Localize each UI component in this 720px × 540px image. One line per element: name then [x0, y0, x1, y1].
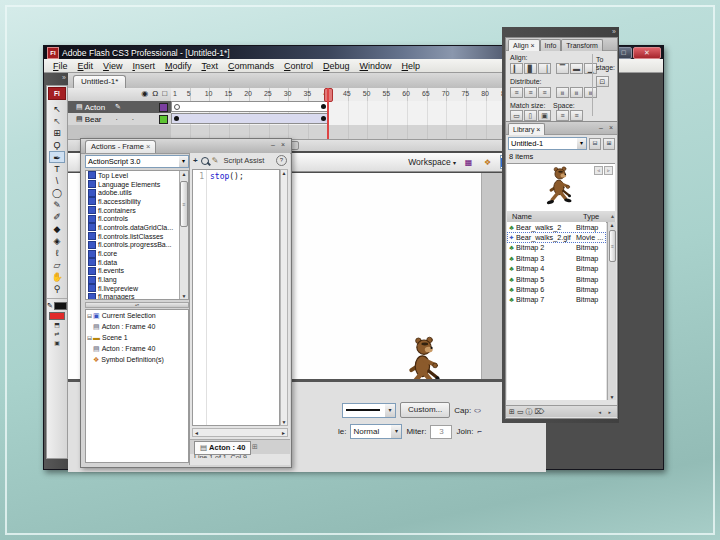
preview-stop-icon[interactable]: ▹: [604, 166, 613, 175]
miter-input[interactable]: 3: [430, 425, 452, 439]
tool-option-button[interactable]: ⬒: [49, 321, 65, 330]
frame-ruler[interactable]: 1510152025303540455055606570758085: [171, 88, 537, 102]
new-symbol-icon[interactable]: ⊞: [509, 408, 515, 416]
cap-icon[interactable]: ○: [473, 406, 481, 415]
package-tree-item[interactable]: fl.core: [86, 249, 188, 258]
keyframe-40[interactable]: [321, 104, 326, 109]
actions-tab[interactable]: Actions - Frame ×: [85, 140, 156, 153]
collapse-right-icon[interactable]: »: [612, 28, 616, 35]
package-tree-item[interactable]: fl.accessibility: [86, 197, 188, 206]
frame-span[interactable]: [171, 101, 329, 112]
library-document-select[interactable]: Untitled-1▾: [508, 137, 587, 150]
workspace-menu[interactable]: Workspace ▾: [408, 157, 456, 167]
distribute-button[interactable]: ≡: [570, 87, 583, 98]
delete-item-icon[interactable]: ⌦: [535, 408, 545, 416]
package-tree-item[interactable]: fl.controls.progressBa...: [86, 241, 188, 250]
library-pin-icon[interactable]: ⊟: [589, 138, 601, 150]
expander-icon[interactable]: ⊟: [86, 334, 93, 341]
tool-button[interactable]: ⚲: [49, 283, 65, 295]
script-assist-button[interactable]: Script Assist: [223, 156, 264, 165]
add-script-icon[interactable]: +: [193, 156, 198, 165]
match-space-button[interactable]: ≡: [556, 110, 569, 121]
distribute-button[interactable]: ≡: [524, 87, 537, 98]
scale-select[interactable]: Normal▾: [350, 424, 402, 439]
document-tab[interactable]: Untitled-1*: [73, 75, 126, 88]
menu-item[interactable]: Window: [355, 61, 397, 71]
actions-panel-buttons[interactable]: – ×: [271, 141, 287, 148]
tool-button[interactable]: ✒: [49, 151, 65, 163]
package-tree-scrollbar[interactable]: ▲≡▼: [179, 171, 188, 299]
find-icon[interactable]: [201, 157, 209, 165]
package-tree-item[interactable]: fl.events: [86, 267, 188, 276]
show-hide-column-icon[interactable]: ◉: [141, 89, 148, 98]
tool-button[interactable]: ℓ: [49, 247, 65, 259]
preview-play-icon[interactable]: ◃: [594, 166, 603, 175]
tool-button[interactable]: ↖: [49, 103, 65, 115]
library-item-row[interactable]: ♣ Bitmap 5 Bitmap: [507, 274, 606, 284]
close-button[interactable]: ✕: [633, 47, 661, 59]
tool-button[interactable]: ◯: [49, 187, 65, 199]
library-item-row[interactable]: ♣ Bear_walks_2 Bitmap: [507, 222, 606, 232]
code-line[interactable]: stop();: [207, 170, 244, 425]
tool-button[interactable]: ▱: [49, 259, 65, 271]
library-item-row[interactable]: ♣ Bitmap 2 Bitmap: [507, 243, 606, 253]
menu-item[interactable]: Commands: [223, 61, 279, 71]
tool-button[interactable]: Ϙ: [49, 139, 65, 151]
to-stage-button[interactable]: ⊡: [596, 76, 609, 87]
edit-symbol-icon[interactable]: ❖: [481, 157, 494, 168]
tool-button[interactable]: \: [49, 175, 65, 187]
tool-button[interactable]: ◆: [49, 223, 65, 235]
package-tree-item[interactable]: fl.lang: [86, 275, 188, 284]
align-button[interactable]: ▎: [510, 63, 523, 74]
distribute-button[interactable]: ≡: [584, 87, 597, 98]
layer-state-dots[interactable]: · ·: [116, 116, 141, 123]
package-tree-item[interactable]: fl.livepreview: [86, 284, 188, 293]
menu-item[interactable]: Help: [397, 61, 426, 71]
actionscript-version-select[interactable]: ActionScript 3.0▾: [85, 155, 189, 168]
new-folder-icon[interactable]: ▭: [517, 408, 524, 416]
navigator-item[interactable]: ▤ Acton : Frame 40: [86, 321, 188, 332]
package-tree-item[interactable]: fl.containers: [86, 206, 188, 215]
library-item-row[interactable]: ♣ Bitmap 4 Bitmap: [507, 264, 606, 274]
package-tree-item[interactable]: fl.managers: [86, 293, 188, 300]
menu-item[interactable]: Control: [279, 61, 318, 71]
edit-scene-icon[interactable]: ▦: [462, 157, 475, 168]
package-tree-item[interactable]: fl.controls: [86, 214, 188, 223]
join-icon[interactable]: ⌐: [477, 427, 482, 436]
keyframe-start[interactable]: [174, 104, 180, 110]
stroke-style-select[interactable]: ▾: [342, 403, 396, 418]
tool-option-button[interactable]: ▣: [49, 339, 65, 348]
playhead-head[interactable]: [324, 88, 333, 102]
script-help-icon[interactable]: ?: [276, 155, 287, 166]
package-tree-item[interactable]: Language Elements: [86, 180, 188, 189]
outline-column-icon[interactable]: □: [162, 89, 167, 98]
lock-column-icon[interactable]: Ω: [152, 89, 158, 98]
library-item-row[interactable]: ♣ Bitmap 6 Bitmap: [507, 284, 606, 294]
package-tree-item[interactable]: Top Level: [86, 171, 188, 180]
distribute-button[interactable]: ≡: [510, 87, 523, 98]
library-item-row[interactable]: ♣ Bitmap 7 Bitmap: [507, 295, 606, 305]
item-properties-icon[interactable]: ⓘ: [526, 407, 533, 417]
script-horizontal-scrollbar[interactable]: ◄►: [192, 428, 288, 437]
match-space-button[interactable]: ▣: [538, 110, 551, 121]
distribute-button[interactable]: ≡: [538, 87, 551, 98]
script-editor[interactable]: 1 stop();: [192, 169, 280, 426]
library-panel-buttons[interactable]: – ×: [599, 124, 615, 131]
library-item-row[interactable]: ✦ Bear_walks_2.gif Movie ...: [507, 232, 606, 242]
panel-tab[interactable]: Align ×: [508, 39, 540, 51]
keyframe-40[interactable]: [321, 116, 326, 121]
collapse-left-icon[interactable]: »: [62, 74, 66, 81]
align-button[interactable]: ▊: [524, 63, 537, 74]
package-tree-item[interactable]: fl.controls.listClasses: [86, 232, 188, 241]
tool-option-button[interactable]: ⇄: [49, 330, 65, 339]
library-hscroll-arrows[interactable]: ◂ ▸: [599, 409, 614, 415]
script-vertical-scrollbar[interactable]: ▲▼: [280, 169, 288, 426]
fill-color-chip[interactable]: [49, 312, 65, 320]
expander-icon[interactable]: ⊟: [86, 312, 93, 319]
menu-item[interactable]: Text: [196, 61, 223, 71]
tool-button[interactable]: ◈: [49, 235, 65, 247]
navigator-item[interactable]: ⊟ ▣ Current Selection: [86, 310, 188, 321]
match-space-button[interactable]: ▭: [510, 110, 523, 121]
distribute-button[interactable]: ≡: [556, 87, 569, 98]
pin-script-icon[interactable]: ⊞: [252, 443, 258, 451]
